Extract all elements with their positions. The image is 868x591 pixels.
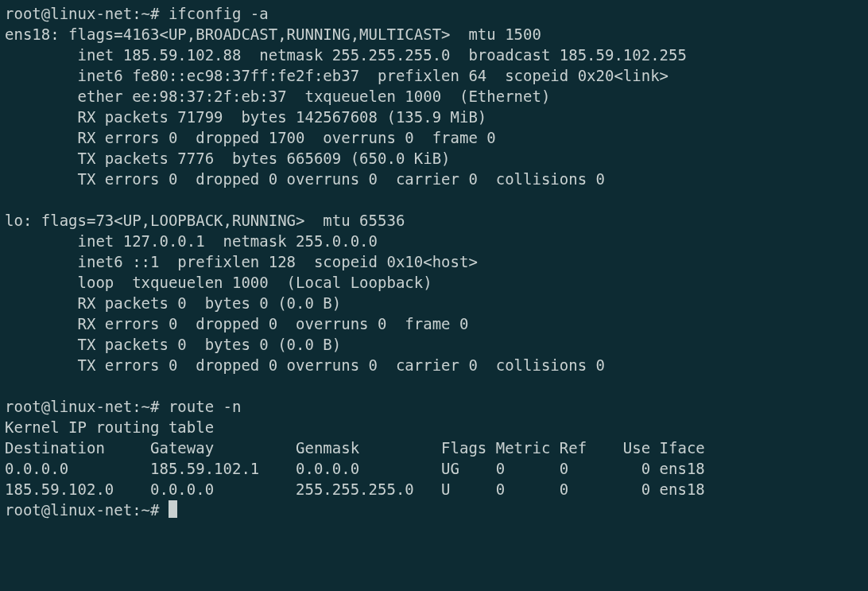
shell-prompt: root@linux-net:~#	[5, 501, 169, 519]
shell-prompt: root@linux-net:~#	[5, 398, 169, 415]
route-title: Kernel IP routing table	[5, 418, 214, 436]
route-row: 185.59.102.0 0.0.0.0 255.255.255.0 U 0 0…	[5, 480, 705, 498]
command-route: route -n	[169, 398, 242, 415]
ifconfig-line: TX packets 7776 bytes 665609 (650.0 KiB)	[5, 150, 451, 167]
ifconfig-line: TX packets 0 bytes 0 (0.0 B)	[5, 336, 341, 353]
ifconfig-line: inet 127.0.0.1 netmask 255.0.0.0	[5, 232, 378, 250]
ifconfig-line: TX errors 0 dropped 0 overruns 0 carrier…	[5, 170, 605, 188]
ifconfig-line: ether ee:98:37:2f:eb:37 txqueuelen 1000 …	[5, 87, 550, 105]
terminal-output[interactable]: root@linux-net:~# ifconfig -a ens18: fla…	[0, 0, 868, 520]
shell-prompt: root@linux-net:~#	[5, 5, 169, 22]
ifconfig-line: loop txqueuelen 1000 (Local Loopback)	[5, 274, 432, 291]
command-ifconfig: ifconfig -a	[169, 5, 269, 22]
ifconfig-line: TX errors 0 dropped 0 overruns 0 carrier…	[5, 356, 605, 374]
ifconfig-line: RX errors 0 dropped 0 overruns 0 frame 0	[5, 315, 468, 332]
route-header: Destination Gateway Genmask Flags Metric…	[5, 439, 705, 457]
ifconfig-line: inet6 fe80::ec98:37ff:fe2f:eb37 prefixle…	[5, 67, 668, 84]
ifconfig-line: lo: flags=73<UP,LOOPBACK,RUNNING> mtu 65…	[5, 212, 405, 229]
ifconfig-line: inet6 ::1 prefixlen 128 scopeid 0x10<hos…	[5, 253, 478, 270]
ifconfig-line: inet 185.59.102.88 netmask 255.255.255.0…	[5, 46, 687, 64]
route-row: 0.0.0.0 185.59.102.1 0.0.0.0 UG 0 0 0 en…	[5, 460, 705, 477]
ifconfig-line: RX packets 0 bytes 0 (0.0 B)	[5, 294, 341, 312]
ifconfig-line: ens18: flags=4163<UP,BROADCAST,RUNNING,M…	[5, 25, 541, 43]
cursor[interactable]	[169, 500, 177, 518]
ifconfig-line: RX errors 0 dropped 1700 overruns 0 fram…	[5, 129, 496, 146]
ifconfig-line: RX packets 71799 bytes 142567608 (135.9 …	[5, 108, 486, 126]
